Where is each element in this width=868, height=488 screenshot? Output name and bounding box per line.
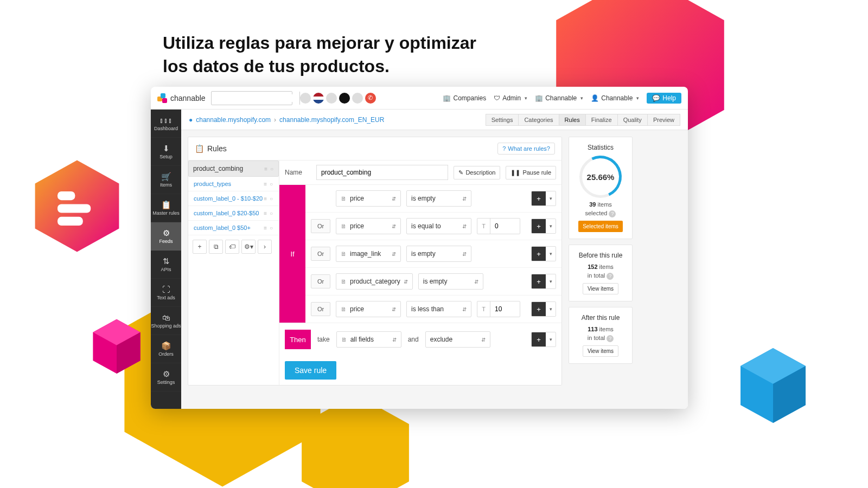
sidenav-items[interactable]: 🛒Items [151, 166, 181, 194]
step-finalize[interactable]: Finalize [585, 114, 618, 126]
add-condition-button[interactable]: +▾ [531, 274, 556, 289]
description-button[interactable]: ✎Description [454, 166, 500, 179]
pause-rule-button[interactable]: ❚❚Pause rule [506, 166, 556, 179]
rule-item-1[interactable]: product_types≡ ○ [188, 177, 279, 191]
gear-icon: ⚙ [163, 370, 170, 378]
or-chip[interactable]: Or [311, 302, 330, 316]
sidenav-apis[interactable]: ⇅APIs [151, 251, 181, 279]
sidenav-shoppingads[interactable]: 🛍Shopping ads [151, 307, 181, 335]
if-label: If [279, 185, 305, 323]
field-select[interactable]: 🗎image_link⇵ [336, 246, 401, 262]
sidenav-masterrules[interactable]: 📋Master rules [151, 194, 181, 222]
field-select[interactable]: 🗎price⇵ [336, 301, 401, 317]
operator-select[interactable]: is empty⇵ [418, 273, 483, 290]
rule-list: product_combing≡ ○ product_types≡ ○ cust… [188, 160, 279, 385]
what-are-rules-link[interactable]: ?What are rules? [497, 143, 555, 155]
value-input[interactable]: T [477, 218, 520, 234]
step-quality[interactable]: Quality [617, 114, 648, 126]
bag-icon: 🛍 [162, 313, 170, 322]
chat-icon: 💬 [652, 94, 660, 102]
expand-icon: ⛶ [162, 285, 170, 293]
add-condition-button[interactable]: +▾ [531, 246, 556, 261]
edit-icon: ✎ [458, 169, 463, 176]
add-condition-button[interactable]: +▾ [531, 301, 556, 317]
operator-select[interactable]: is empty⇵ [406, 246, 471, 262]
after-rule-panel: After this rule 113 items in total? View… [569, 307, 633, 364]
sidenav-textads[interactable]: ⛶Text ads [151, 279, 181, 307]
then-field-select[interactable]: 🗎all fields⇵ [336, 331, 401, 348]
rule-settings-button[interactable]: ⚙▾ [241, 240, 256, 254]
rules-heading: 📋Rules [195, 144, 227, 153]
help-icon[interactable]: ? [609, 210, 616, 217]
rules-panel: 📋Rules ?What are rules? product_combing≡… [188, 137, 562, 386]
bar-chart-icon: ⫾⫾⫾ [159, 116, 173, 124]
add-condition-button[interactable]: +▾ [531, 191, 556, 206]
rule-tag-button[interactable]: 🏷 [225, 240, 239, 254]
sliders-icon: ⚙ [163, 229, 170, 237]
condition-row-2: Or 🗎image_link⇵ is empty⇵ +▾ [305, 240, 561, 268]
add-condition-button[interactable]: +▾ [531, 219, 556, 234]
breadcrumb-project[interactable]: channable.myshopify.com_EN_EUR [279, 116, 384, 124]
breadcrumb-row: ● channable.myshopify.com › channable.my… [181, 110, 688, 130]
add-action-button[interactable]: +▾ [531, 332, 556, 347]
sidenav-orders[interactable]: 📦Orders [151, 335, 181, 363]
sidenav-dashboard[interactable]: ⫾⫾⫾Dashboard [151, 110, 181, 138]
then-label: Then [285, 330, 311, 349]
operator-select[interactable]: is less than⇵ [406, 301, 471, 317]
after-heading: After this rule [573, 314, 628, 322]
rule-item-3[interactable]: custom_label_0 $20-$50≡ ○ [188, 206, 279, 221]
then-action-select[interactable]: exclude⇵ [425, 331, 490, 348]
nav-user[interactable]: 👤 Channable [591, 94, 639, 102]
rule-item-2[interactable]: custom_label_0 - $10-$20≡ ○ [188, 191, 279, 206]
building-icon: 🏢 [535, 94, 543, 102]
help-icon[interactable]: ? [607, 273, 614, 280]
rule-copy-button[interactable]: ⧉ [209, 240, 223, 254]
search-input[interactable] [212, 94, 299, 102]
nav-admin[interactable]: 🛡 Admin [494, 94, 527, 102]
help-button[interactable]: 💬 Help [647, 93, 681, 104]
or-chip[interactable]: Or [311, 219, 330, 233]
file-icon: 🗎 [341, 336, 347, 343]
percent-ring: 25.66% [579, 156, 622, 198]
step-rules[interactable]: Rules [559, 114, 586, 126]
then-row: Then take 🗎all fields⇵ and exclude⇵ +▾ [279, 323, 561, 356]
download-icon: ⬇ [163, 144, 170, 152]
breadcrumb-company[interactable]: channable.myshopify.com [196, 116, 271, 124]
rule-name-input[interactable] [316, 165, 448, 180]
rule-item-0[interactable]: product_combing≡ ○ [188, 160, 279, 177]
pause-icon: ❚❚ [510, 169, 520, 176]
sidenav-feeds[interactable]: ⚙Feeds [151, 222, 181, 251]
file-icon: 🗎 [341, 278, 347, 285]
take-label: take [317, 336, 330, 343]
operator-select[interactable]: is empty⇵ [406, 190, 471, 207]
value-input[interactable]: T [477, 301, 520, 317]
rule-item-4[interactable]: custom_label_0 $50+≡ ○ [188, 221, 279, 235]
view-items-button[interactable]: View items [583, 283, 618, 294]
sidenav-setup[interactable]: ⬇Setup [151, 138, 181, 166]
selected-items-button[interactable]: Selected items [578, 221, 623, 232]
cart-icon: 🛒 [161, 172, 171, 181]
sidenav-settings[interactable]: ⚙Settings [151, 363, 181, 391]
step-categories[interactable]: Categories [518, 114, 559, 126]
field-select[interactable]: 🗎product_category⇵ [336, 273, 413, 290]
building-icon: 🏢 [443, 94, 451, 102]
step-settings[interactable]: Settings [486, 114, 519, 126]
rule-next-button[interactable]: › [258, 240, 272, 254]
operator-select[interactable]: is equal to⇵ [406, 218, 471, 234]
save-rule-button[interactable]: Save rule [285, 361, 336, 380]
view-items-button[interactable]: View items [583, 345, 618, 357]
field-select[interactable]: 🗎price⇵ [336, 218, 401, 234]
or-chip[interactable]: Or [311, 247, 330, 261]
user-icon: 👤 [591, 94, 599, 102]
svg-rect-2 [58, 191, 75, 200]
or-chip[interactable]: Or [311, 274, 330, 288]
field-select[interactable]: 🗎price⇵ [336, 190, 401, 207]
step-preview[interactable]: Preview [647, 114, 680, 126]
nav-company-switcher[interactable]: 🏢 Channable [535, 94, 583, 102]
step-nav: Settings Categories Rules Finalize Quali… [486, 114, 680, 126]
clipboard-icon: 📋 [161, 201, 171, 209]
rule-add-button[interactable]: + [193, 240, 207, 254]
help-icon[interactable]: ? [607, 335, 614, 342]
brand: channable [157, 93, 206, 103]
nav-companies[interactable]: 🏢 Companies [443, 94, 486, 102]
